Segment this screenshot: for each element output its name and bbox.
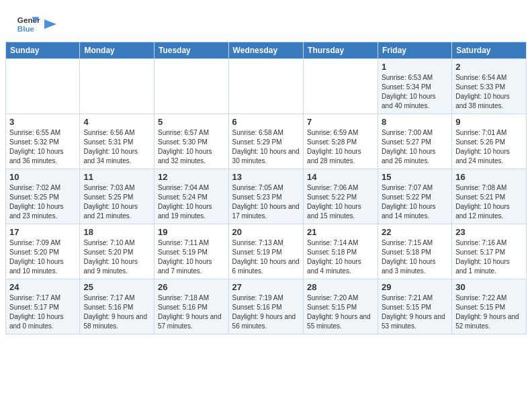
- calendar-table: SundayMondayTuesdayWednesdayThursdayFrid…: [5, 42, 527, 334]
- weekday-header-cell: Saturday: [452, 42, 527, 59]
- day-info: Sunrise: 7:04 AM Sunset: 5:24 PM Dayligh…: [158, 183, 225, 221]
- calendar-cell: [304, 59, 378, 114]
- day-number: 22: [382, 227, 448, 237]
- calendar-cell: 2Sunrise: 6:54 AM Sunset: 5:33 PM Daylig…: [452, 59, 527, 114]
- day-number: 13: [232, 172, 300, 182]
- weekday-header-cell: Sunday: [6, 42, 80, 59]
- day-info: Sunrise: 7:01 AM Sunset: 5:26 PM Dayligh…: [455, 128, 523, 166]
- calendar-cell: 13Sunrise: 7:05 AM Sunset: 5:23 PM Dayli…: [228, 169, 303, 224]
- calendar-cell: 5Sunrise: 6:57 AM Sunset: 5:30 PM Daylig…: [154, 114, 228, 169]
- day-info: Sunrise: 6:55 AM Sunset: 5:32 PM Dayligh…: [9, 128, 76, 166]
- day-number: 25: [83, 282, 150, 292]
- calendar-cell: 30Sunrise: 7:22 AM Sunset: 5:15 PM Dayli…: [452, 279, 527, 334]
- day-number: 30: [455, 282, 523, 292]
- day-info: Sunrise: 7:07 AM Sunset: 5:22 PM Dayligh…: [382, 183, 448, 221]
- calendar-body: 1Sunrise: 6:53 AM Sunset: 5:34 PM Daylig…: [6, 59, 527, 334]
- day-number: 8: [382, 117, 448, 127]
- calendar-cell: 23Sunrise: 7:16 AM Sunset: 5:17 PM Dayli…: [452, 224, 527, 279]
- calendar-cell: 22Sunrise: 7:15 AM Sunset: 5:18 PM Dayli…: [378, 224, 452, 279]
- day-info: Sunrise: 7:17 AM Sunset: 5:17 PM Dayligh…: [9, 293, 76, 331]
- day-number: 23: [455, 227, 523, 237]
- day-info: Sunrise: 7:09 AM Sunset: 5:20 PM Dayligh…: [9, 238, 76, 276]
- day-info: Sunrise: 7:20 AM Sunset: 5:15 PM Dayligh…: [307, 293, 374, 331]
- day-info: Sunrise: 7:03 AM Sunset: 5:25 PM Dayligh…: [83, 183, 150, 221]
- day-info: Sunrise: 7:13 AM Sunset: 5:19 PM Dayligh…: [232, 238, 300, 276]
- weekday-header-cell: Wednesday: [228, 42, 303, 59]
- calendar-cell: 24Sunrise: 7:17 AM Sunset: 5:17 PM Dayli…: [6, 279, 80, 334]
- day-number: 20: [232, 227, 300, 237]
- svg-marker-3: [44, 19, 56, 29]
- calendar-week-row: 10Sunrise: 7:02 AM Sunset: 5:25 PM Dayli…: [6, 169, 527, 224]
- day-info: Sunrise: 7:06 AM Sunset: 5:22 PM Dayligh…: [307, 183, 374, 221]
- day-number: 3: [9, 117, 76, 127]
- day-info: Sunrise: 6:57 AM Sunset: 5:30 PM Dayligh…: [158, 128, 225, 166]
- calendar-cell: 12Sunrise: 7:04 AM Sunset: 5:24 PM Dayli…: [154, 169, 228, 224]
- day-number: 26: [158, 282, 225, 292]
- calendar-cell: [6, 59, 80, 114]
- day-info: Sunrise: 7:10 AM Sunset: 5:20 PM Dayligh…: [83, 238, 150, 276]
- calendar-cell: 14Sunrise: 7:06 AM Sunset: 5:22 PM Dayli…: [304, 169, 378, 224]
- calendar-cell: 21Sunrise: 7:14 AM Sunset: 5:18 PM Dayli…: [304, 224, 378, 279]
- day-number: 5: [158, 117, 225, 127]
- day-number: 9: [455, 117, 523, 127]
- day-number: 19: [158, 227, 225, 237]
- calendar-cell: 29Sunrise: 7:21 AM Sunset: 5:15 PM Dayli…: [378, 279, 452, 334]
- calendar-cell: 25Sunrise: 7:17 AM Sunset: 5:16 PM Dayli…: [80, 279, 154, 334]
- calendar-week-row: 17Sunrise: 7:09 AM Sunset: 5:20 PM Dayli…: [6, 224, 527, 279]
- calendar-cell: 17Sunrise: 7:09 AM Sunset: 5:20 PM Dayli…: [6, 224, 80, 279]
- calendar-cell: 18Sunrise: 7:10 AM Sunset: 5:20 PM Dayli…: [80, 224, 154, 279]
- day-number: 1: [382, 62, 448, 72]
- page-header: General Blue: [0, 0, 532, 42]
- calendar-cell: 7Sunrise: 6:59 AM Sunset: 5:28 PM Daylig…: [304, 114, 378, 169]
- calendar-cell: [154, 59, 228, 114]
- logo: General Blue: [16, 12, 56, 36]
- weekday-header-cell: Thursday: [304, 42, 378, 59]
- weekday-header-cell: Monday: [80, 42, 154, 59]
- day-info: Sunrise: 7:05 AM Sunset: 5:23 PM Dayligh…: [232, 183, 300, 221]
- day-info: Sunrise: 7:00 AM Sunset: 5:27 PM Dayligh…: [382, 128, 448, 166]
- day-info: Sunrise: 6:54 AM Sunset: 5:33 PM Dayligh…: [455, 73, 523, 111]
- day-info: Sunrise: 7:22 AM Sunset: 5:15 PM Dayligh…: [455, 293, 523, 331]
- calendar-week-row: 24Sunrise: 7:17 AM Sunset: 5:17 PM Dayli…: [6, 279, 527, 334]
- day-number: 6: [232, 117, 300, 127]
- day-number: 27: [232, 282, 300, 292]
- calendar-cell: 6Sunrise: 6:58 AM Sunset: 5:29 PM Daylig…: [228, 114, 303, 169]
- weekday-header-row: SundayMondayTuesdayWednesdayThursdayFrid…: [6, 42, 527, 59]
- day-number: 7: [307, 117, 374, 127]
- calendar-cell: 3Sunrise: 6:55 AM Sunset: 5:32 PM Daylig…: [6, 114, 80, 169]
- day-number: 12: [158, 172, 225, 182]
- calendar-week-row: 1Sunrise: 6:53 AM Sunset: 5:34 PM Daylig…: [6, 59, 527, 114]
- calendar-cell: 8Sunrise: 7:00 AM Sunset: 5:27 PM Daylig…: [378, 114, 452, 169]
- calendar-cell: 19Sunrise: 7:11 AM Sunset: 5:19 PM Dayli…: [154, 224, 228, 279]
- day-info: Sunrise: 7:02 AM Sunset: 5:25 PM Dayligh…: [9, 183, 76, 221]
- day-info: Sunrise: 7:21 AM Sunset: 5:15 PM Dayligh…: [382, 293, 448, 331]
- calendar-cell: 1Sunrise: 6:53 AM Sunset: 5:34 PM Daylig…: [378, 59, 452, 114]
- svg-text:Blue: Blue: [17, 24, 35, 33]
- logo-icon: General Blue: [16, 12, 40, 36]
- calendar-week-row: 3Sunrise: 6:55 AM Sunset: 5:32 PM Daylig…: [6, 114, 527, 169]
- weekday-header-cell: Friday: [378, 42, 452, 59]
- calendar-cell: 10Sunrise: 7:02 AM Sunset: 5:25 PM Dayli…: [6, 169, 80, 224]
- day-number: 2: [455, 62, 523, 72]
- day-number: 15: [382, 172, 448, 182]
- day-info: Sunrise: 7:16 AM Sunset: 5:17 PM Dayligh…: [455, 238, 523, 276]
- day-info: Sunrise: 6:53 AM Sunset: 5:34 PM Dayligh…: [382, 73, 448, 111]
- day-number: 18: [83, 227, 150, 237]
- day-number: 14: [307, 172, 374, 182]
- calendar-cell: 26Sunrise: 7:18 AM Sunset: 5:16 PM Dayli…: [154, 279, 228, 334]
- day-number: 28: [307, 282, 374, 292]
- day-number: 29: [382, 282, 448, 292]
- calendar-cell: 4Sunrise: 6:56 AM Sunset: 5:31 PM Daylig…: [80, 114, 154, 169]
- day-number: 17: [9, 227, 76, 237]
- day-info: Sunrise: 6:56 AM Sunset: 5:31 PM Dayligh…: [83, 128, 150, 166]
- day-info: Sunrise: 7:14 AM Sunset: 5:18 PM Dayligh…: [307, 238, 374, 276]
- calendar-cell: 16Sunrise: 7:08 AM Sunset: 5:21 PM Dayli…: [452, 169, 527, 224]
- calendar-cell: 28Sunrise: 7:20 AM Sunset: 5:15 PM Dayli…: [304, 279, 378, 334]
- day-number: 10: [9, 172, 76, 182]
- day-info: Sunrise: 7:11 AM Sunset: 5:19 PM Dayligh…: [158, 238, 225, 276]
- day-info: Sunrise: 7:18 AM Sunset: 5:16 PM Dayligh…: [158, 293, 225, 331]
- day-info: Sunrise: 7:15 AM Sunset: 5:18 PM Dayligh…: [382, 238, 448, 276]
- calendar-cell: [80, 59, 154, 114]
- calendar-cell: 15Sunrise: 7:07 AM Sunset: 5:22 PM Dayli…: [378, 169, 452, 224]
- day-info: Sunrise: 7:19 AM Sunset: 5:16 PM Dayligh…: [232, 293, 300, 331]
